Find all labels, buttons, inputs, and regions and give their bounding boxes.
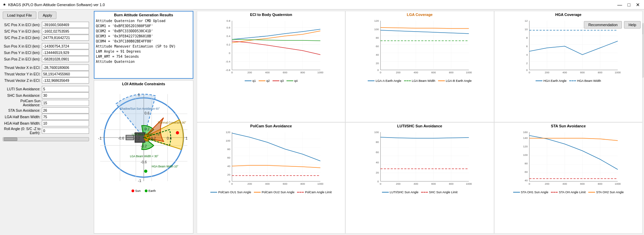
sta-sun-legend: STA OH1 Sun Angle STA OH Angle Limit STA… [513,191,624,194]
maximize-button[interactable]: □ [626,2,632,7]
input-field-10[interactable] [42,92,89,98]
svg-text:140: 140 [523,137,528,140]
svg-text:40: 40 [524,179,527,182]
svg-text:600: 600 [283,182,288,185]
input-row-5: Sun Pos Z in ECI (km): [3,56,89,62]
hga-coverage-title: HGA Coverage [555,13,581,17]
sun-dot [132,189,134,192]
input-field-0[interactable] [42,22,89,28]
svg-text:800: 800 [300,71,305,74]
lga-coverage-legend: LGA-A Earth Angle LGA Beam Width LGA-B E… [368,79,472,83]
input-field-15[interactable] [42,128,89,134]
help-button[interactable]: Help [624,21,641,29]
loi-legend: Sun Earth [132,189,156,193]
svg-text:600: 600 [580,71,585,74]
svg-text:1000: 1000 [466,71,472,74]
input-label-5: Sun Pos Z in ECI (km): [3,57,42,61]
svg-text:HGA Beam Width 10°: HGA Beam Width 10° [152,165,178,168]
svg-text:0: 0 [231,71,233,74]
svg-text:0.6: 0.6 [167,136,172,140]
input-row-4: Sun Pos Y in ECI (km): [3,50,89,56]
input-label-1: S/C Pos Y in ECI (km): [3,29,42,33]
input-field-14[interactable] [42,120,89,126]
svg-text:200: 200 [247,71,252,74]
input-row-9: LUTI Sun Avoidance: [3,86,89,92]
svg-text:0: 0 [528,182,530,185]
input-label-12: STA Sun Avoidance: [3,108,42,112]
svg-text:200: 200 [545,182,550,185]
sun-label: Sun [135,189,141,193]
svg-text:200: 200 [247,182,252,185]
svg-text:160: 160 [523,131,528,134]
svg-text:2: 2 [526,62,528,65]
input-field-3[interactable] [42,43,89,49]
svg-text:0: 0 [380,182,382,185]
svg-text:600: 600 [283,71,288,74]
svg-text:20: 20 [376,62,379,65]
input-row-8: Thrust Vector Z in ECI: [3,77,89,84]
toolbar: Load Input File Apply [3,12,89,19]
luti-shc-svg: 100 80 60 40 20 0 0 200 400 600 800 1000 [346,129,493,190]
input-label-3: Sun Pos X in ECI (km): [3,44,42,48]
input-row-3: Sun Pos X in ECI (km): [3,43,89,49]
scrollbar[interactable] [3,137,89,141]
polcam-sun-title: PolCam Sun Avoidance [250,124,292,128]
svg-text:Shadow/Sun Sun Avoidance 60°: Shadow/Sun Sun Avoidance 60° [120,107,160,110]
input-field-13[interactable] [42,114,89,120]
input-field-2[interactable] [42,35,89,41]
input-label-7: Thrust Vector Y in ECI: [3,72,42,76]
input-row-12: STA Sun Avoidance: [3,107,89,113]
svg-text:60: 60 [376,45,379,48]
input-label-11: PolCam Sun Avoidance: [3,99,42,107]
svg-point-35 [144,170,147,173]
input-row-0: S/C Pos X in ECI (km): [3,22,89,28]
chart-polcam-sun: PolCam Sun Avoidance 120 100 80 60 40 [197,122,345,234]
svg-text:80: 80 [227,148,230,151]
input-field-8[interactable] [42,77,89,84]
input-field-7[interactable] [42,71,89,77]
top-right-buttons: Recommendation Help [584,21,641,29]
svg-text:8: 8 [526,36,528,39]
results-title: Burn Attitude Generation Results [96,13,191,17]
results-box: Burn Attitude Generation Results Attitud… [94,11,193,79]
close-button[interactable]: ✕ [634,2,641,7]
input-label-2: S/C Pos Z in ECI (km): [3,36,42,40]
charts-area: ECI to Body Quaternion 0.8 0.6 0.4 [195,10,644,235]
svg-text:800: 800 [449,182,454,185]
svg-text:600: 600 [431,182,436,185]
loi-svg: 1 -1 1 -1 0.6 0.2 -0.6 -0.2 0.6 0.2 -0.6… [96,87,191,188]
eci-body-legend: q1 q2 q3 q4 [245,79,298,83]
svg-text:80: 80 [376,36,379,39]
input-label-4: Sun Pos Y in ECI (km): [3,51,42,55]
input-field-1[interactable] [42,28,89,34]
recommendation-button[interactable]: Recommendation [584,21,622,29]
input-field-6[interactable] [42,65,89,71]
svg-text:-0.6: -0.6 [140,160,146,164]
svg-text:20: 20 [376,171,379,174]
svg-text:LGA Beam Width = 75°: LGA Beam Width = 75° [132,133,160,136]
svg-text:200: 200 [396,71,401,74]
svg-text:0.4: 0.4 [227,35,231,38]
input-field-11[interactable] [42,100,89,106]
input-field-5[interactable] [42,56,89,62]
svg-text:0.6: 0.6 [227,26,231,29]
svg-text:0: 0 [528,71,530,74]
svg-text:-0.2: -0.2 [134,136,140,140]
svg-text:400: 400 [414,71,418,74]
svg-text:-0.6: -0.6 [118,136,124,140]
svg-text:800: 800 [598,71,603,74]
scrollbar-thumb[interactable] [4,138,17,141]
center-panel: Burn Attitude Generation Results Attitud… [92,10,195,235]
input-field-4[interactable] [42,50,89,56]
svg-text:400: 400 [265,182,270,185]
app-icon: ★ [3,2,6,7]
apply-button[interactable]: Apply [38,12,57,19]
load-input-file-button[interactable]: Load Input File [3,12,36,19]
svg-text:20: 20 [227,173,230,176]
svg-text:100: 100 [226,139,230,142]
minimize-button[interactable]: — [616,2,624,7]
input-field-9[interactable] [42,86,89,92]
input-row-14: HGA Half Beam Width: [3,120,89,126]
title-bar: ★ KBAGS (KPLO Burn Attitude Generation S… [0,0,644,10]
input-field-12[interactable] [42,107,89,113]
